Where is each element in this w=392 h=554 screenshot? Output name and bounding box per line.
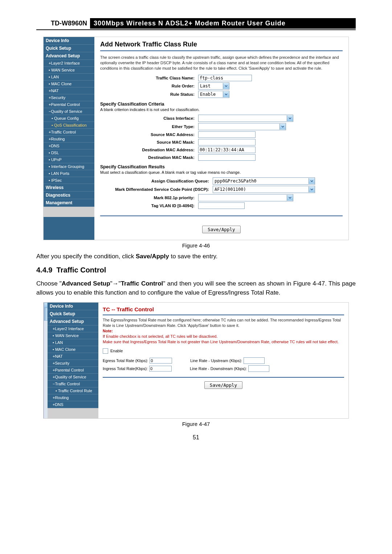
src-mask-input[interactable] (198, 139, 256, 145)
figure-caption: Figure 4-46 (36, 242, 356, 249)
sidebar-item[interactable]: Device Info (48, 303, 98, 310)
sidebar-item[interactable]: • Interface Grouping (44, 163, 94, 170)
sidebar-item[interactable]: −Traffic Control (48, 381, 98, 387)
sidebar-spacer (48, 408, 98, 418)
src-mask-label: Source MAC Mask: (100, 140, 198, 144)
sidebar-item[interactable]: +NAT (48, 353, 98, 360)
sidebar-item[interactable]: Advanced Setup (48, 318, 98, 325)
section-heading: 4.4.9 Traffic Control (36, 266, 356, 274)
scroll-thumb[interactable] (44, 308, 48, 321)
doc-header: TD-W8960N 300Mbps Wireless N ADSL2+ Mode… (36, 18, 356, 30)
sidebar-spacer (44, 207, 94, 217)
sidebar-item[interactable]: +Security (44, 94, 94, 101)
assign-queue-label: Assign Classification Queue: (100, 179, 213, 183)
assign-queue-select[interactable]: ppp0&Prec3&Path0 (213, 177, 315, 185)
p8021-label: Mark 802.1p priority: (100, 196, 198, 200)
content-panel: Add Network Traffic Class Rule The scree… (94, 37, 348, 240)
sidebar-item[interactable]: • DSL (44, 149, 94, 156)
src-mac-input[interactable] (198, 131, 256, 138)
sidebar-item[interactable]: −Quality of Service (44, 108, 94, 115)
sidebar-item[interactable]: • MAC Clone (44, 81, 94, 87)
results-note: Must select a classification queue. A bl… (100, 170, 343, 175)
egress-input[interactable] (150, 358, 172, 364)
scroll-up-icon[interactable] (44, 303, 48, 308)
divider (103, 315, 344, 315)
sidebar-item[interactable]: +Traffic Control (44, 129, 94, 136)
p8021-select[interactable] (198, 194, 293, 201)
sidebar-item[interactable]: • IPSec (44, 177, 94, 184)
body-paragraph: Choose "Advanced Setup"→"Traffic Control… (36, 279, 356, 297)
sidebar-item[interactable]: +NAT (44, 87, 94, 94)
sidebar-item[interactable]: +Routing (44, 136, 94, 143)
sidebar-item[interactable]: • LAN (48, 339, 98, 346)
sidebar-item[interactable]: • QoS Classification (44, 122, 94, 129)
sidebar-item[interactable]: • LAN (44, 74, 94, 81)
criteria-note: A blank criterion indicates it is not us… (100, 107, 343, 112)
sidebar-item[interactable]: Quick Setup (44, 45, 94, 52)
sidebar-item[interactable]: Wireless (44, 184, 94, 192)
chevron-down-icon (287, 195, 293, 201)
dscp-select[interactable]: AF12(001100) (213, 186, 315, 193)
rule-status-label: Rule Status: (100, 92, 198, 97)
rule-order-value: Last (199, 83, 212, 89)
chevron-down-icon (309, 186, 315, 192)
traffic-class-name-input[interactable] (198, 75, 252, 81)
save-apply-button[interactable]: Save/Apply (204, 381, 242, 389)
description-text: The Egress/Ingress Total Rate must be co… (103, 317, 344, 344)
enable-checkbox[interactable] (103, 348, 108, 354)
upstream-value (244, 357, 265, 364)
figure-caption: Figure 4-47 (36, 421, 356, 427)
class-interface-select[interactable] (198, 115, 293, 122)
vlan-label: Tag VLAN ID [0-4094]: (100, 204, 198, 208)
sidebar-item[interactable]: +Parental Control (48, 367, 98, 374)
sidebar-item[interactable]: Device Info (44, 37, 94, 45)
dst-mask-input[interactable] (198, 154, 256, 161)
sidebar-item[interactable]: +Security (48, 360, 98, 367)
sidebar-item[interactable]: Quick Setup (48, 310, 98, 318)
chevron-down-icon (223, 91, 229, 97)
sidebar-item[interactable]: Diagnostics (44, 192, 94, 199)
sidebar-item[interactable]: • Queue Config (44, 115, 94, 122)
nav-sidebar: Device InfoQuick SetupAdvanced Setup+Lay… (44, 37, 94, 240)
sidebar-item[interactable]: • WAN Service (44, 67, 94, 74)
upstream-label: Line Rate - Upstream (Kbps): (190, 358, 242, 363)
sidebar-item[interactable]: • Traffic Control Rule (48, 387, 98, 394)
sidebar-item[interactable]: • WAN Service (48, 332, 98, 339)
sidebar-item[interactable]: +Parental Control (44, 101, 94, 108)
sidebar-item[interactable]: +Routing (48, 394, 98, 401)
rule-order-select[interactable]: Last (198, 82, 229, 90)
page-number: 51 (36, 434, 356, 441)
ether-type-select[interactable] (198, 123, 286, 130)
dscp-value: AF12(001100) (213, 187, 309, 192)
rule-status-select[interactable]: Enable (198, 91, 229, 98)
nav-sidebar: Device InfoQuick SetupAdvanced Setup+Lay… (48, 303, 98, 418)
sidebar-item[interactable]: +Layer2 Interface (48, 325, 98, 332)
sidebar-item[interactable]: +Quality of Service (48, 374, 98, 381)
chevron-down-icon (223, 83, 229, 89)
chevron-down-icon (279, 124, 286, 130)
dscp-label: Mark Differentiated Service Code Point (… (100, 187, 213, 192)
save-apply-button[interactable]: Save/Apply (202, 226, 240, 233)
dst-mac-input[interactable] (198, 147, 256, 153)
sidebar-item[interactable]: • MAC Clone (48, 346, 98, 353)
sidebar-item[interactable]: Advanced Setup (44, 52, 94, 60)
results-heading: Specify Classification Results (100, 164, 343, 169)
sidebar-item[interactable]: • LAN Ports (44, 170, 94, 177)
src-mac-label: Source MAC Address: (100, 132, 198, 137)
downstream-label: Line Rate - Downstream (Kbps): (190, 366, 247, 371)
scrollbar[interactable] (44, 303, 48, 418)
ingress-input[interactable] (149, 366, 172, 372)
traffic-class-name-label: Traffic Class Name: (100, 76, 198, 80)
chevron-down-icon (287, 115, 293, 121)
sidebar-item[interactable]: +Layer2 Interface (44, 60, 94, 67)
description-text: The screen creates a traffic class rule … (100, 55, 343, 71)
page-title: Add Network Traffic Class Rule (100, 41, 343, 48)
sidebar-item[interactable]: +DNS (48, 401, 98, 408)
sidebar-item[interactable]: • UPnP (44, 156, 94, 163)
sidebar-item[interactable]: Management (44, 199, 94, 207)
downstream-value (248, 365, 269, 372)
sidebar-item[interactable]: +DNS (44, 143, 94, 149)
vlan-input[interactable] (198, 202, 245, 209)
rule-status-value: Enable (199, 92, 217, 97)
screenshot-qos: Device InfoQuick SetupAdvanced Setup+Lay… (43, 37, 349, 240)
